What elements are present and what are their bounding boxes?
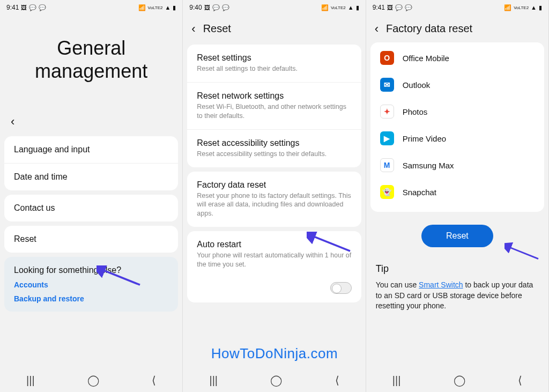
- app-icon: ✦: [380, 105, 394, 119]
- row-label: Reset accessibility settings: [197, 138, 351, 148]
- nav-recents-icon[interactable]: |||: [392, 374, 401, 387]
- nav-home-icon[interactable]: ◯: [87, 374, 99, 387]
- app-list: OOffice Mobile✉Outlook✦Photos▶Prime Vide…: [370, 42, 544, 212]
- app-label: Photos: [403, 107, 428, 116]
- reset-card-2: Factory data reset Reset your phone to i…: [187, 172, 361, 227]
- signal-icon: ▲: [531, 4, 537, 11]
- whatsapp-icon: 💬: [395, 4, 403, 11]
- status-bar: 9:41 🖼 💬 💬 📶 VoLTE2 ▲ ▮: [366, 0, 548, 15]
- row-label: Factory data reset: [197, 180, 351, 190]
- row-auto-restart[interactable]: Auto restart Your phone will restart aut…: [187, 231, 361, 278]
- page-title: Reset: [203, 23, 231, 35]
- row-sub: Reset all settings to their defaults.: [197, 64, 351, 73]
- app-label: Prime Video: [403, 134, 446, 143]
- settings-card-1: Language and input Date and time: [4, 136, 178, 190]
- notif-icon: 🖼: [21, 4, 27, 11]
- row-language-and-input[interactable]: Language and input: [4, 136, 178, 164]
- tip-heading: Tip: [376, 263, 539, 275]
- app-row: ✦Photos: [370, 98, 544, 125]
- whatsapp-icon: 💬: [29, 4, 36, 11]
- link-accounts[interactable]: Accounts: [14, 280, 168, 289]
- volte-icon: VoLTE2: [331, 5, 346, 10]
- row-label: Reset network settings: [197, 91, 351, 101]
- nav-back-icon[interactable]: ⟨: [152, 374, 156, 387]
- app-label: Office Mobile: [403, 54, 449, 63]
- status-time: 9:41: [373, 4, 385, 11]
- tip-text-before: You can use: [376, 280, 419, 289]
- row-contact-us[interactable]: Contact us: [4, 195, 178, 221]
- app-icon: O: [380, 51, 394, 65]
- back-button[interactable]: ‹: [0, 109, 182, 134]
- row-reset-accessibility-settings[interactable]: Reset accessibility settings Reset acces…: [187, 130, 361, 167]
- nav-back-icon[interactable]: ⟨: [518, 374, 522, 387]
- nav-bar: ||| ◯ ⟨: [0, 368, 182, 392]
- page-title: General management: [0, 15, 182, 109]
- auto-restart-toggle[interactable]: [330, 282, 352, 294]
- search-card: Looking for something else? Accounts Bac…: [4, 257, 178, 312]
- tip-section: Tip You can use Smart Switch to back up …: [366, 253, 548, 317]
- notif-icon: 🖼: [387, 4, 393, 11]
- wifi-icon: 📶: [504, 4, 511, 11]
- row-reset-network-settings[interactable]: Reset network settings Reset Wi-Fi, Blue…: [187, 83, 361, 130]
- row-label: Reset: [14, 234, 168, 244]
- nav-recents-icon[interactable]: |||: [209, 374, 218, 387]
- search-heading: Looking for something else?: [14, 265, 168, 275]
- wifi-icon: 📶: [138, 4, 146, 11]
- whatsapp-icon: 💬: [222, 4, 229, 11]
- nav-home-icon[interactable]: ◯: [270, 374, 282, 387]
- app-icon: M: [380, 158, 394, 172]
- app-label: Outlook: [403, 80, 431, 90]
- status-time: 9:41: [6, 4, 19, 11]
- reset-button[interactable]: Reset: [421, 225, 493, 247]
- nav-back-icon[interactable]: ⟨: [335, 374, 339, 387]
- volte-icon: VoLTE2: [514, 5, 529, 10]
- row-sub: Reset your phone to its factory default …: [197, 191, 351, 219]
- whatsapp-icon: 💬: [39, 4, 46, 11]
- row-date-and-time[interactable]: Date and time: [4, 164, 178, 190]
- link-backup-restore[interactable]: Backup and restore: [14, 294, 168, 303]
- header: ‹ Factory data reset: [366, 15, 548, 42]
- screen-reset: 9:40 🖼 💬 💬 📶 VoLTE2 ▲ ▮ ‹ Reset Reset se…: [183, 0, 366, 392]
- app-icon: ▶: [380, 131, 394, 145]
- whatsapp-icon: 💬: [405, 4, 412, 11]
- nav-recents-icon[interactable]: |||: [26, 374, 35, 387]
- battery-icon: ▮: [539, 4, 542, 11]
- app-icon: 👻: [380, 185, 394, 199]
- reset-card-1: Reset settings Reset all settings to the…: [187, 45, 361, 167]
- row-label: Auto restart: [197, 240, 351, 249]
- whatsapp-icon: 💬: [212, 4, 220, 11]
- row-factory-data-reset[interactable]: Factory data reset Reset your phone to i…: [187, 172, 361, 227]
- page-title: Factory data reset: [386, 23, 472, 35]
- app-row: ▶Prime Video: [370, 125, 544, 152]
- row-sub: Reset Wi-Fi, Bluetooth, and other networ…: [197, 102, 351, 121]
- header: ‹ Reset: [183, 15, 365, 42]
- app-label: Snapchat: [403, 188, 436, 197]
- smart-switch-link[interactable]: Smart Switch: [419, 280, 463, 289]
- signal-icon: ▲: [348, 4, 354, 11]
- app-label: Samsung Max: [403, 161, 454, 170]
- app-row: MSamsung Max: [370, 152, 544, 179]
- settings-card-2: Contact us: [4, 195, 178, 221]
- app-row: 👻Snapchat: [370, 179, 544, 205]
- status-time: 9:40: [189, 4, 202, 11]
- back-button[interactable]: ‹: [375, 23, 379, 35]
- nav-bar: ||| ◯ ⟨: [183, 368, 365, 392]
- row-reset[interactable]: Reset: [4, 226, 178, 253]
- row-label: Language and input: [14, 145, 168, 154]
- row-reset-settings[interactable]: Reset settings Reset all settings to the…: [187, 45, 361, 83]
- wifi-icon: 📶: [321, 4, 329, 11]
- volte-icon: VoLTE2: [148, 5, 163, 10]
- row-sub: Your phone will restart automatically wi…: [197, 251, 351, 269]
- app-icon: ✉: [380, 78, 394, 92]
- notif-icon: 🖼: [204, 4, 210, 11]
- screen-general-management: 9:41 🖼 💬 💬 📶 VoLTE2 ▲ ▮ General manageme…: [0, 0, 183, 392]
- battery-icon: ▮: [356, 4, 359, 11]
- back-button[interactable]: ‹: [191, 23, 195, 35]
- nav-home-icon[interactable]: ◯: [454, 374, 465, 387]
- row-sub: Reset accessibility settings to their de…: [197, 150, 351, 159]
- reset-card-3: Auto restart Your phone will restart aut…: [187, 231, 361, 302]
- toggle-row: [187, 278, 361, 302]
- row-label: Contact us: [14, 203, 168, 213]
- screen-factory-data-reset: 9:41 🖼 💬 💬 📶 VoLTE2 ▲ ▮ ‹ Factory data r…: [366, 0, 549, 392]
- row-label: Date and time: [14, 172, 168, 182]
